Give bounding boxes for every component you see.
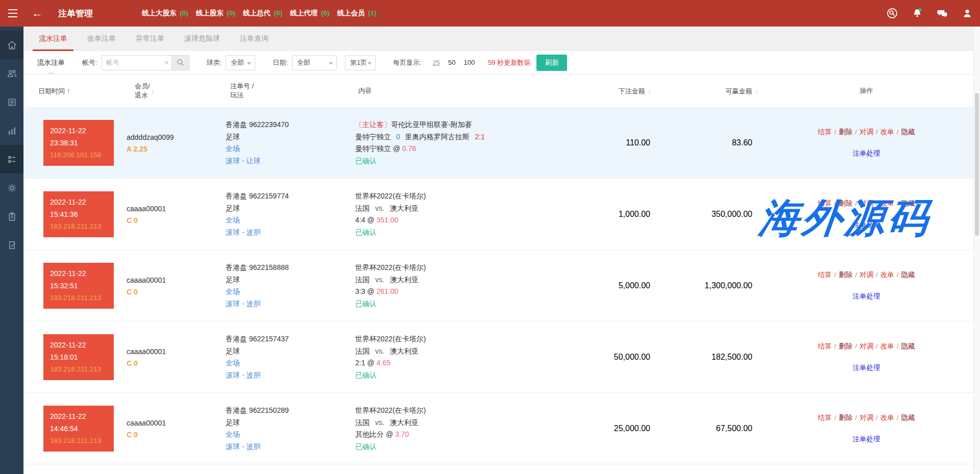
hide-link[interactable]: 隐藏 [901,414,915,421]
page-size-25[interactable]: 25 [433,59,440,66]
table-row: 2022-11-22 23:38:31 116.206.101.158 addd… [23,107,973,179]
account-search-button[interactable] [172,55,189,70]
page-size-100[interactable]: 100 [463,59,475,66]
hide-link[interactable]: 隐藏 [901,199,915,207]
league-name: 世界杯2022(在卡塔尔) [355,262,566,274]
settle-link[interactable]: 结算 [818,271,831,279]
process-order-link[interactable]: 注单处理 [853,149,880,158]
modify-link[interactable]: 改单 [880,128,894,136]
chevron-down-icon [329,62,333,65]
scope-link[interactable]: 全场 [226,143,351,155]
tab-modified-orders[interactable]: 改单注单 [81,27,122,51]
bet-odds: 261.00 [376,287,398,295]
settle-link[interactable]: 结算 [818,414,831,421]
play-type-link[interactable]: 滚球 - 波胆 [226,369,351,382]
delete-link[interactable]: 删除 [839,199,852,207]
page-size-label: 每页显示: [393,58,422,67]
scope-link[interactable]: 全场 [226,429,351,441]
process-order-link[interactable]: 注单处理 [853,292,880,301]
sidebar-item-news[interactable] [0,88,23,116]
settle-link[interactable]: 结算 [818,342,831,350]
back-arrow-icon[interactable]: ← [30,6,45,21]
swap-link[interactable]: 对调 [860,342,873,350]
menu-toggle-icon[interactable] [5,6,20,21]
modify-link[interactable]: 改单 [880,199,894,207]
sidebar-item-settings[interactable] [0,173,23,202]
bet-date: 2022-11-22 [50,196,107,208]
sidebar-item-home[interactable] [0,31,23,59]
play-type-link[interactable]: 滚球 - 波胆 [226,227,351,239]
nav-online-member[interactable]: 线上会员 (1) [337,9,377,18]
refresh-button[interactable]: 刷新 [536,55,567,71]
hide-link[interactable]: 隐藏 [901,271,915,279]
header-member-rebate[interactable]: 会员/ 退水 ↓ [126,82,211,100]
page-size-50[interactable]: 50 [448,59,455,66]
header-win-amount[interactable]: 可赢金额 ↓ [652,86,760,96]
datetime-box: 2022-11-22 14:46:54 183.218.211.213 [43,406,114,452]
delete-link[interactable]: 删除 [839,128,852,136]
delete-link[interactable]: 删除 [839,414,852,421]
process-order-link[interactable]: 注单处理 [853,363,880,372]
hide-link[interactable]: 隐藏 [901,128,915,136]
bet-date: 2022-11-22 [50,410,107,422]
scope-link[interactable]: 全场 [226,357,351,369]
profile-user-icon[interactable] [962,8,973,19]
page-select[interactable]: 第1页 [345,55,376,70]
tab-flow-orders[interactable]: 流水注单 [33,27,74,51]
process-order-link[interactable]: 注单处理 [853,435,880,444]
tab-order-query[interactable]: 注单查询 [234,27,275,51]
nav-online-major-shareholder[interactable]: 线上大股东 (0) [142,9,188,18]
nav-online-shareholder[interactable]: 线上股东 (0) [196,9,235,18]
hide-link[interactable]: 隐藏 [901,342,915,350]
scope-link[interactable]: 全场 [226,214,351,227]
play-type-link[interactable]: 滚球 - 波胆 [226,298,351,310]
sidebar-item-members[interactable] [0,59,23,88]
bet-odds: 3.70 [395,430,409,438]
modify-link[interactable]: 改单 [880,271,894,279]
topbar-nav: 线上大股东 (0) 线上股东 (0) 线上总代 (0) 线上代理 (0) 线上会… [142,0,377,27]
vs-label: vs. [375,347,384,355]
swap-link[interactable]: 对调 [860,271,873,279]
settle-link[interactable]: 结算 [818,199,831,207]
sidebar-item-orders[interactable] [0,145,23,173]
settle-link[interactable]: 结算 [818,128,831,136]
modify-link[interactable]: 改单 [880,342,894,350]
sidebar-item-statistics[interactable] [0,116,23,145]
scrollbar-thumb[interactable] [975,93,979,236]
swap-link[interactable]: 对调 [860,414,873,421]
sidebar-item-logs[interactable] [0,231,23,259]
modify-link[interactable]: 改单 [880,414,894,421]
play-type-link[interactable]: 滚球 - 波胆 [226,441,351,453]
date-select[interactable]: 全部 [292,55,337,70]
scope-link[interactable]: 全场 [226,286,351,298]
count-badge: (1) [368,9,377,17]
table-header: 日期时间 ↑ 会员/ 退水 ↓ 注单号 / 玩法 内容 下注金额 ↓ 可赢金额 … [23,74,973,107]
tab-rolling-danger-ball[interactable]: 滚球危险球 [178,27,226,51]
nav-online-agent[interactable]: 线上代理 (0) [290,9,329,18]
process-order-link[interactable]: 注单处理 [853,220,880,230]
play-type-link[interactable]: 滚球 - 让球 [226,155,351,167]
win-amount: 67,500.00 [652,393,760,464]
header-bet-amount[interactable]: 下注金额 ↓ [566,86,652,96]
action-separator: / [897,128,899,136]
delete-link[interactable]: 删除 [839,271,852,279]
sidebar-item-reports[interactable] [0,202,23,231]
bar-chart-icon [7,126,17,136]
order-list-icon [7,154,17,165]
bet-odds: 0.76 [402,144,416,153]
delete-link[interactable]: 删除 [839,342,852,350]
win-amount: 83.60 [652,107,760,179]
sport-select[interactable]: 全部 [226,55,255,70]
swap-link[interactable]: 对调 [860,199,873,207]
live-score: 2:1 [475,133,484,141]
search-icon[interactable] [887,8,898,19]
clear-input-icon[interactable]: ✕ [162,55,172,70]
messages-icon[interactable] [937,8,948,19]
bet-amount: 5,000.00 [566,250,652,321]
vertical-scrollbar[interactable] [973,27,980,474]
header-datetime[interactable]: 日期时间 ↑ [23,86,126,96]
notifications-bell-icon[interactable] [912,8,923,19]
tab-abnormal-orders[interactable]: 异常注单 [130,27,170,51]
nav-online-general-agent[interactable]: 线上总代 (0) [243,9,282,18]
swap-link[interactable]: 对调 [860,128,873,136]
